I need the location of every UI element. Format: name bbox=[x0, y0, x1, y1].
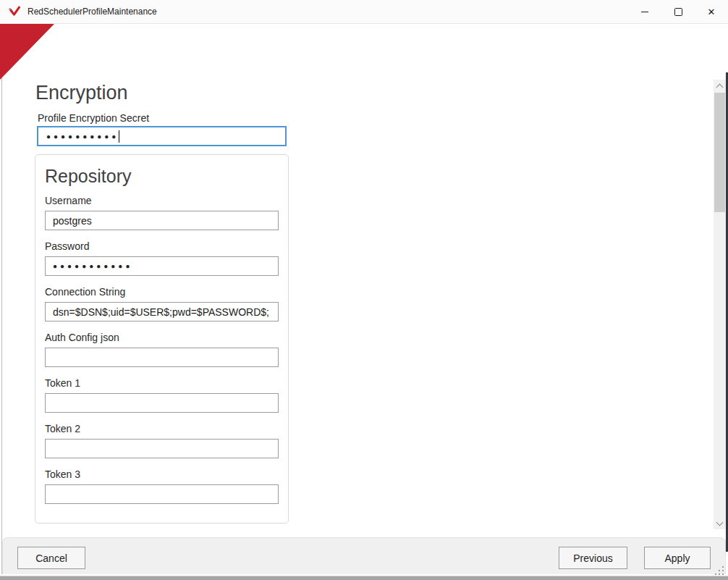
profile-encryption-secret-label: Profile Encryption Secret bbox=[38, 112, 149, 124]
close-icon: ✕ bbox=[708, 7, 716, 17]
chevron-up-icon bbox=[716, 83, 724, 91]
window-title: RedSchedulerProfileMaintenance bbox=[27, 7, 157, 17]
password-label: Password bbox=[45, 240, 279, 253]
red-corner-decoration bbox=[0, 24, 54, 80]
token-2-input[interactable] bbox=[45, 439, 279, 458]
auth-config-json-input[interactable] bbox=[45, 348, 279, 367]
token-2-label: Token 2 bbox=[45, 423, 279, 435]
token-1-input[interactable] bbox=[45, 393, 279, 413]
connection-string-label: Connection String bbox=[45, 286, 279, 298]
field-group-username: Username postgres bbox=[45, 195, 279, 230]
apply-button[interactable]: Apply bbox=[644, 547, 711, 569]
username-value: postgres bbox=[53, 215, 92, 227]
field-group-token-3: Token 3 bbox=[45, 468, 279, 504]
password-masked-value: ●●●●●●●●●●● bbox=[53, 262, 132, 270]
connection-string-value: dsn=$DSN$;uid=$USER$;pwd=$PASSWORD$; bbox=[53, 306, 269, 318]
token-3-label: Token 3 bbox=[45, 468, 279, 481]
window-left-border bbox=[1, 24, 2, 574]
resize-grip-icon[interactable] bbox=[714, 566, 724, 575]
repository-heading: Repository bbox=[45, 164, 279, 188]
connection-string-input[interactable]: dsn=$DSN$;uid=$USER$;pwd=$PASSWORD$; bbox=[45, 302, 279, 321]
vertical-scrollbar[interactable] bbox=[714, 80, 726, 529]
password-input[interactable]: ●●●●●●●●●●● bbox=[45, 256, 279, 276]
titlebar: RedSchedulerProfileMaintenance ✕ bbox=[0, 0, 728, 24]
minimize-icon bbox=[641, 12, 648, 12]
encryption-heading: Encryption bbox=[35, 82, 128, 104]
auth-config-json-label: Auth Config json bbox=[45, 332, 279, 344]
maximize-icon bbox=[674, 8, 682, 16]
scrollbar-thumb[interactable] bbox=[714, 93, 725, 212]
window-controls: ✕ bbox=[628, 0, 728, 23]
window-bottom-edge bbox=[0, 576, 728, 580]
token-1-label: Token 1 bbox=[45, 377, 279, 390]
username-input[interactable]: postgres bbox=[45, 211, 279, 230]
chevron-down-icon bbox=[716, 518, 724, 526]
text-caret bbox=[119, 130, 119, 143]
scroll-down-button[interactable] bbox=[714, 517, 726, 529]
footer-bar: Cancel Previous Apply bbox=[2, 537, 726, 574]
field-group-token-2: Token 2 bbox=[45, 423, 279, 458]
secret-masked-value: ●●●●●●●●●● bbox=[46, 133, 119, 140]
token-3-input[interactable] bbox=[45, 484, 279, 504]
previous-button[interactable]: Previous bbox=[559, 547, 627, 569]
profile-encryption-secret-input[interactable]: ●●●●●●●●●● bbox=[37, 126, 287, 146]
username-label: Username bbox=[45, 195, 279, 207]
maximize-button[interactable] bbox=[661, 0, 695, 23]
redwood-logo-icon bbox=[8, 5, 21, 18]
app-window: RedSchedulerProfileMaintenance ✕ Encrypt… bbox=[0, 0, 728, 580]
field-group-connection-string: Connection String dsn=$DSN$;uid=$USER$;p… bbox=[45, 286, 279, 321]
field-group-password: Password ●●●●●●●●●●● bbox=[45, 240, 279, 276]
cancel-button[interactable]: Cancel bbox=[17, 547, 85, 569]
scroll-up-button[interactable] bbox=[714, 80, 726, 92]
close-button[interactable]: ✕ bbox=[695, 0, 728, 23]
field-group-token-1: Token 1 bbox=[45, 377, 279, 413]
field-group-auth-config-json: Auth Config json bbox=[45, 332, 279, 367]
minimize-button[interactable] bbox=[628, 0, 661, 23]
repository-group: Repository Username postgres Password ●●… bbox=[35, 154, 289, 524]
